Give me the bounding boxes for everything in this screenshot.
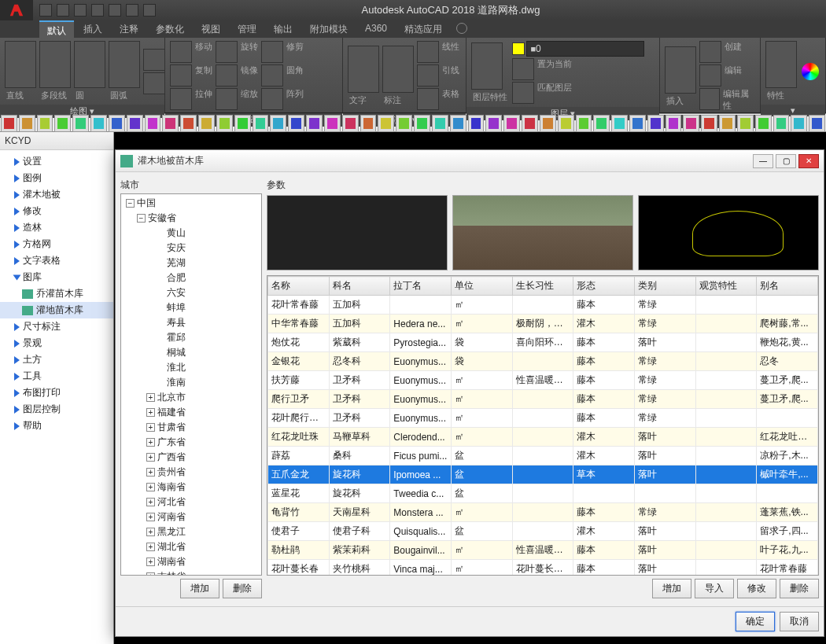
tree-province[interactable]: +福建省 [123,405,260,420]
fillet-button[interactable] [261,64,283,86]
tree-city[interactable]: 黄山 [123,226,260,241]
setcurrent-button[interactable] [512,58,534,80]
sidebar-item[interactable]: 造林 [0,219,113,236]
sidebar-item[interactable]: 尺寸标注 [0,318,113,335]
tool-icon-32[interactable] [576,115,592,132]
tool-icon-25[interactable] [450,115,466,132]
minimize-button[interactable]: — [753,154,773,168]
circle-button[interactable] [74,41,105,88]
tree-city[interactable]: 合肥 [123,270,260,285]
rotate-button[interactable] [216,41,238,63]
tool-icon-21[interactable] [378,115,394,132]
tree-province[interactable]: +湖南省 [123,554,260,569]
table-row[interactable]: 红花龙吐珠马鞭草科Clerodend...㎡灌木落叶红花龙吐珠... [268,428,818,447]
tool-icon-44[interactable] [791,115,807,132]
tree-province[interactable]: +湖北省 [123,539,260,554]
tool-icon-20[interactable] [360,115,377,132]
tab-output[interactable]: 输出 [266,20,301,38]
qat-new-icon[interactable] [39,4,52,17]
tool-icon-9[interactable] [162,115,179,132]
tool-icon-40[interactable] [719,115,736,132]
tree-city[interactable]: 寿县 [123,315,260,330]
table-row[interactable]: 金银花忍冬科Euonymus...袋藤本常绿忍冬 [268,352,818,371]
column-header[interactable]: 别名 [757,277,818,296]
tool-icon-23[interactable] [414,115,430,132]
table-button[interactable] [417,88,439,110]
tab-parametric[interactable]: 参数化 [148,20,192,38]
table-add-button[interactable]: 增加 [652,579,691,598]
tool-icon-28[interactable] [503,115,520,132]
table-row[interactable]: 花叶蔓长春夹竹桃科Vinca maj...㎡花叶蔓长春...藤本落叶花叶常春藤 [268,560,818,576]
arc-button[interactable] [109,41,140,88]
colorwheel-icon[interactable] [802,63,819,80]
dim-button[interactable] [382,46,414,93]
tab-insert[interactable]: 插入 [76,20,110,38]
column-header[interactable]: 单位 [451,277,512,296]
tool-icon-17[interactable] [306,115,323,132]
qat-saveas-icon[interactable] [91,4,104,17]
tree-province[interactable]: +吉林省 [123,569,260,576]
tool-icon-45[interactable] [809,115,825,132]
polyline-button[interactable] [39,41,71,88]
tree-delete-button[interactable]: 删除 [223,579,262,598]
tool-icon-11[interactable] [198,115,215,132]
dialog-titlebar[interactable]: 灌木地被苗木库 — ▢ ✕ [116,150,824,172]
sidebar-item[interactable]: 修改 [0,203,113,219]
tree-city[interactable]: 淮南 [123,375,260,390]
tool-icon-33[interactable] [593,115,610,132]
tool-icon-2[interactable] [37,115,53,132]
qat-redo-icon[interactable] [143,4,156,17]
create-button[interactable] [699,41,721,63]
sidebar-item[interactable]: 工具 [0,368,113,385]
table-row[interactable]: 勒杜鹃紫茉莉科Bougainvil...㎡性喜温暖、...藤本落叶叶子花,九..… [268,541,818,560]
sidebar-item[interactable]: 图层控制 [0,401,113,418]
sidebar-item[interactable]: 景观 [0,335,113,351]
tool-icon-1[interactable] [19,115,35,132]
tree-province[interactable]: +河北省 [123,495,260,510]
table-modify-button[interactable]: 修改 [737,579,776,598]
scale-button[interactable] [216,88,238,110]
linear-button[interactable] [417,41,439,63]
layer-combo[interactable]: ■ 0 [526,41,644,57]
move-button[interactable] [170,41,192,63]
plant-table[interactable]: 名称科名拉丁名单位生长习性形态类别观赏特性别名花叶常春藤五加科㎡藤本常绿中华常春… [267,275,819,576]
table-row[interactable]: 花叶爬行卫矛卫矛科Euonymus...㎡藤本常绿 [268,409,818,428]
tree-city[interactable]: 霍邱 [123,330,260,345]
column-header[interactable]: 观赏特性 [695,277,757,296]
props-button[interactable] [765,41,797,88]
tool-icon-26[interactable] [468,115,485,132]
layerprops-button[interactable] [471,42,503,90]
table-row[interactable]: 爬行卫矛卫矛科Euonymus...㎡藤本常绿蔓卫矛,爬... [268,390,818,409]
edit-button[interactable] [699,64,721,86]
matchlayer-button[interactable] [512,82,534,104]
tree-province[interactable]: +广东省 [123,435,260,450]
sidebar-sub-item[interactable]: 乔灌苗木库 [0,285,113,302]
tree-add-button[interactable]: 增加 [180,579,219,598]
editattr-button[interactable] [699,88,719,110]
qat-save-icon[interactable] [74,4,87,17]
sidebar-item[interactable]: 图例 [0,170,113,186]
text-button[interactable] [348,46,379,93]
tool-icon-18[interactable] [324,115,341,132]
tool-icon-39[interactable] [701,115,717,132]
table-row[interactable]: 使君子使君子科Quisqualis...盆灌木落叶留求子,四... [268,522,818,541]
tree-province[interactable]: +黑龙江 [123,524,260,539]
table-row[interactable]: 龟背竹天南星科Monstera ...㎡藤本常绿蓬莱蕉,铁... [268,503,818,522]
app-logo[interactable] [0,0,33,20]
tool-icon-19[interactable] [342,115,359,132]
tool-icon-41[interactable] [737,115,754,132]
tool-icon-0[interactable] [1,115,17,132]
column-header[interactable]: 生长习性 [512,277,573,296]
insert-button[interactable] [665,46,696,94]
tree-city[interactable]: 桐城 [123,345,260,360]
tool-icon-27[interactable] [485,115,502,132]
tool-icon-14[interactable] [253,115,269,132]
tool-icon-16[interactable] [288,115,304,132]
table-row[interactable]: 中华常春藤五加科Hedera ne...㎡极耐阴，也...灌木常绿爬树藤,常..… [268,315,818,333]
column-header[interactable]: 拉丁名 [390,277,452,296]
tree-city[interactable]: 六安 [123,285,260,300]
column-header[interactable]: 类别 [634,277,695,296]
tool-icon-31[interactable] [558,115,574,132]
ok-button[interactable]: 确定 [736,612,775,631]
tab-default[interactable]: 默认 [39,20,74,38]
